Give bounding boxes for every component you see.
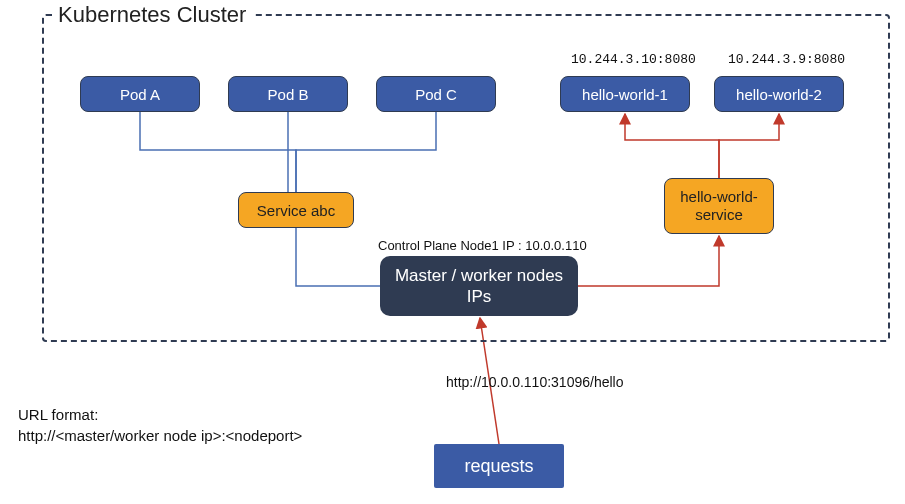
request-url-label: http://10.0.0.110:31096/hello [446,374,623,390]
pod-ip-hw2: 10.244.3.9:8080 [728,52,845,67]
pod-a: Pod A [80,76,200,112]
url-format-value: http://<master/worker node ip>:<nodeport… [18,425,302,446]
control-plane-ip-label: Control Plane Node1 IP : 10.0.0.110 [378,238,587,253]
pod-ip-hw1: 10.244.3.10:8080 [571,52,696,67]
cluster-title: Kubernetes Cluster [52,2,252,28]
url-format-title: URL format: [18,404,302,425]
pod-hello-world-1: hello-world-1 [560,76,690,112]
url-format-note: URL format: http://<master/worker node i… [18,404,302,446]
pod-c: Pod C [376,76,496,112]
external-requests: requests [434,444,564,488]
service-hello-world: hello-world-service [664,178,774,234]
master-worker-nodes: Master / worker nodes IPs [380,256,578,316]
service-abc: Service abc [238,192,354,228]
pod-b: Pod B [228,76,348,112]
pod-hello-world-2: hello-world-2 [714,76,844,112]
